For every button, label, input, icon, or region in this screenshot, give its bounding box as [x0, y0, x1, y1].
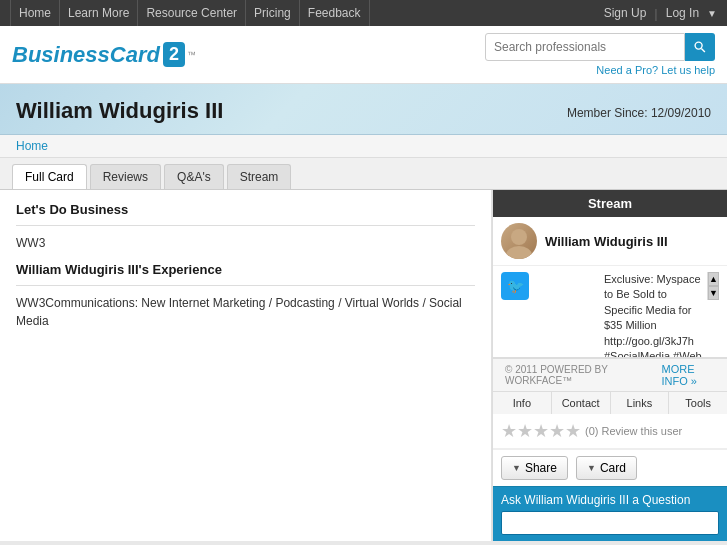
- svg-point-3: [506, 246, 532, 259]
- card-button[interactable]: ▼ Card: [576, 456, 637, 480]
- search-button[interactable]: [685, 33, 715, 61]
- stream-nav-tools[interactable]: Tools: [669, 392, 727, 414]
- right-panel: Stream William Widugiris III 🐦 Exclusive…: [492, 190, 727, 541]
- star-5[interactable]: ★: [565, 420, 581, 442]
- main-content: Let's Do Business WW3 William Widugiris …: [0, 190, 727, 541]
- avatar: [501, 223, 537, 259]
- search-area: Need a Pro? Let us help: [485, 33, 715, 76]
- nav-learn-more[interactable]: Learn More: [60, 0, 138, 26]
- logo-trademark: ™: [187, 50, 196, 60]
- breadcrumb-home[interactable]: Home: [16, 139, 48, 153]
- member-since-label: Member Since:: [567, 106, 648, 120]
- login-link[interactable]: Log In: [666, 6, 699, 20]
- tweet-item-1: 🐦 Exclusive: Myspace to Be Sold to Speci…: [493, 266, 727, 358]
- star-2[interactable]: ★: [517, 420, 533, 442]
- search-icon: [693, 40, 707, 54]
- profile-header: William Widugiris III Member Since: 12/0…: [0, 84, 727, 135]
- stream-actions: ▼ Share ▼ Card: [493, 449, 727, 486]
- stream-user-name: William Widugiris III: [545, 234, 668, 249]
- section1-title: Let's Do Business: [16, 202, 475, 217]
- nav-pricing[interactable]: Pricing: [246, 0, 300, 26]
- nav-feedback[interactable]: Feedback: [300, 0, 370, 26]
- share-label: Share: [525, 461, 557, 475]
- nav-home[interactable]: Home: [10, 0, 60, 26]
- tab-stream[interactable]: Stream: [227, 164, 292, 189]
- ask-question-input[interactable]: [501, 511, 719, 535]
- nav-resource-center[interactable]: Resource Center: [138, 0, 246, 26]
- search-bar: [485, 33, 715, 61]
- left-panel: Let's Do Business WW3 William Widugiris …: [0, 190, 492, 541]
- rating-area: ★ ★ ★ ★ ★ (0) Review this user: [493, 414, 727, 449]
- stream-nav-links[interactable]: Links: [611, 392, 670, 414]
- member-since: Member Since: 12/09/2010: [567, 106, 711, 120]
- avatar-image: [501, 223, 537, 259]
- top-nav-right: Sign Up | Log In ▼: [604, 6, 717, 21]
- stream-user: William Widugiris III: [493, 217, 727, 266]
- top-nav-left: Home Learn More Resource Center Pricing …: [10, 0, 370, 26]
- tab-full-card[interactable]: Full Card: [12, 164, 87, 189]
- star-1[interactable]: ★: [501, 420, 517, 442]
- svg-point-2: [511, 229, 527, 245]
- twitter-icon-1: 🐦: [501, 272, 529, 300]
- experience-section: William Widugiris III's Experience WW3Co…: [16, 262, 475, 330]
- scrollbar-up-1[interactable]: ▲: [708, 272, 719, 286]
- top-navigation: Home Learn More Resource Center Pricing …: [0, 0, 727, 26]
- share-button[interactable]: ▼ Share: [501, 456, 568, 480]
- stream-nav: Info Contact Links Tools: [493, 391, 727, 414]
- card-label: Card: [600, 461, 626, 475]
- logo-area: BusinessCard 2 ™: [12, 42, 196, 68]
- divider2: [16, 285, 475, 286]
- site-header: BusinessCard 2 ™ Need a Pro? Let us help: [0, 26, 727, 84]
- tabs-bar: Full Card Reviews Q&A's Stream: [0, 158, 727, 190]
- more-info-link[interactable]: MORE INFO »: [662, 363, 723, 387]
- search-input[interactable]: [485, 33, 685, 61]
- star-4[interactable]: ★: [549, 420, 565, 442]
- login-dropdown-icon[interactable]: ▼: [707, 8, 717, 19]
- scrollbar-down-1[interactable]: ▼: [708, 286, 719, 300]
- star-3[interactable]: ★: [533, 420, 549, 442]
- tab-qas[interactable]: Q&A's: [164, 164, 224, 189]
- tweet-row-1: 🐦 Exclusive: Myspace to Be Sold to Speci…: [501, 272, 707, 358]
- member-since-date: 12/09/2010: [651, 106, 711, 120]
- profile-name: William Widugiris III: [16, 98, 223, 124]
- section2-title: William Widugiris III's Experience: [16, 262, 475, 277]
- ask-question-section: Ask William Widugiris III a Question: [493, 486, 727, 541]
- tweet-text-1: Exclusive: Myspace to Be Sold to Specifi…: [604, 272, 707, 358]
- tab-reviews[interactable]: Reviews: [90, 164, 161, 189]
- logo-number: 2: [163, 42, 185, 67]
- review-link[interactable]: (0) Review this user: [585, 425, 682, 437]
- section1-text: WW3: [16, 234, 475, 252]
- copyright-text: © 2011 POWERED BY WORKFACE™: [497, 361, 662, 389]
- share-dropdown-icon: ▼: [512, 463, 521, 473]
- svg-line-1: [701, 48, 705, 52]
- stream-header: Stream: [493, 190, 727, 217]
- lets-do-business-section: Let's Do Business WW3: [16, 202, 475, 252]
- ask-question-title: Ask William Widugiris III a Question: [501, 493, 719, 507]
- tweet-scrollbar-1: ▲ ▼: [707, 272, 719, 300]
- stream-nav-info[interactable]: Info: [493, 392, 552, 414]
- divider: [16, 225, 475, 226]
- card-dropdown-icon: ▼: [587, 463, 596, 473]
- tweet-content-1: 🐦: [501, 272, 604, 358]
- svg-point-0: [695, 42, 702, 49]
- logo-text: BusinessCard: [12, 42, 160, 68]
- stream-nav-contact[interactable]: Contact: [552, 392, 611, 414]
- pro-help-link[interactable]: Need a Pro? Let us help: [596, 64, 715, 76]
- signup-link[interactable]: Sign Up: [604, 6, 647, 20]
- section2-text: WW3Communications: New Internet Marketin…: [16, 294, 475, 330]
- copyright-bar: © 2011 POWERED BY WORKFACE™ MORE INFO »: [493, 358, 727, 391]
- breadcrumb-bar: Home: [0, 135, 727, 158]
- stream-feed: 🐦 Exclusive: Myspace to Be Sold to Speci…: [493, 266, 727, 358]
